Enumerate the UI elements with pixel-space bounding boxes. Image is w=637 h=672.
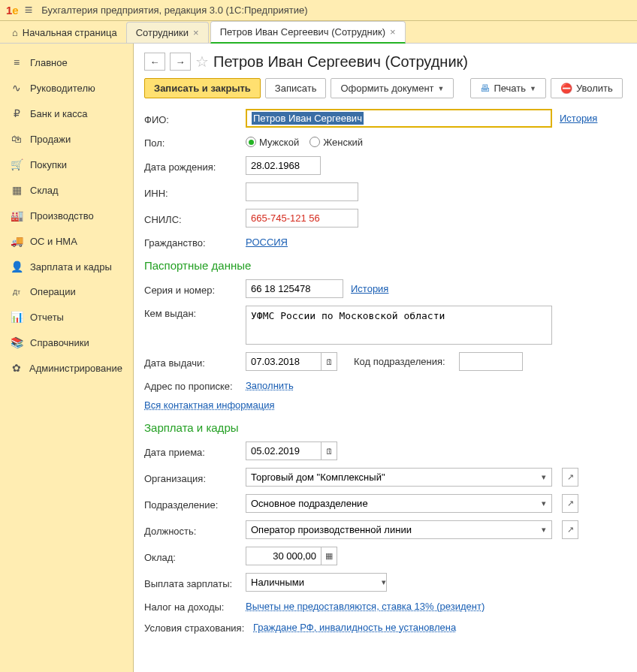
sidebar-label: Администрирование [29,363,122,374]
inn-input[interactable] [246,182,358,201]
sidebar-item-operations[interactable]: ДтОперации [0,279,133,304]
sidebar-item-reports[interactable]: 📊Отчеты [0,304,133,330]
save-close-button[interactable]: Записать и закрыть [144,78,261,98]
hire-date-input[interactable] [246,441,321,460]
salary-input[interactable] [246,547,321,565]
chevron-down-icon: ▾ [542,525,546,535]
sidebar-item-directories[interactable]: 📚Справочники [0,330,133,355]
titlebar: 1e ≡ Бухгалтерия предприятия, редакция 3… [0,0,637,21]
sidebar-item-warehouse[interactable]: ▦Склад [0,177,133,203]
snils-input[interactable] [246,209,358,228]
issue-date-input[interactable] [246,352,321,371]
create-doc-button[interactable]: Оформить документ▼ [331,78,454,98]
calculator-button[interactable]: ▦ [321,547,337,565]
hr-section-title: Зарплата и кадры [144,421,626,434]
sidebar-label: Главное [30,57,68,68]
fire-button[interactable]: ⛔Уволить [551,78,623,98]
open-button[interactable]: ↗ [562,494,578,513]
passport-history-link[interactable]: История [351,283,388,294]
toolbar: Записать и закрыть Записать Оформить док… [144,78,626,98]
chevron-down-icon: ▾ [542,499,546,508]
print-button[interactable]: 🖶Печать▼ [470,78,546,98]
calendar-button[interactable]: 🗓 [321,441,337,460]
radio-label: Женский [323,137,363,148]
issued-by-label: Кем выдан: [144,306,246,319]
calendar-icon: 🗓 [325,447,334,456]
fill-address-link[interactable]: Заполнить [246,380,294,391]
insurance-link[interactable]: Граждане РФ, инвалидность не установлена [253,622,456,633]
menu-icon[interactable]: ≡ [25,2,33,18]
chevron-down-icon: ▾ [542,472,546,482]
sidebar-item-bank[interactable]: ₽Банк и касса [0,101,133,126]
sidebar-label: Склад [30,185,59,196]
open-button[interactable]: ↗ [562,468,578,487]
insurance-label: Условия страхования: [144,620,253,634]
dropdown-button[interactable]: ▾ [536,520,552,539]
radio-label: Мужской [259,137,299,148]
sidebar-label: Продажи [30,134,71,145]
grid-icon: ▦ [11,184,23,196]
payment-label: Выплата зарплаты: [144,576,246,589]
truck-icon: 🚚 [11,235,23,247]
sidebar-item-purchases[interactable]: 🛒Покупки [0,152,133,177]
fio-input[interactable]: Петров Иван Сергеевич [246,109,552,128]
app-title: Бухгалтерия предприятия, редакция 3.0 (1… [41,5,307,16]
barchart-icon: 📊 [11,311,23,323]
citizenship-link[interactable]: РОССИЯ [246,237,288,248]
organization-label: Организация: [144,471,246,484]
sidebar-item-main[interactable]: ≡Главное [0,50,133,75]
sidebar-item-production[interactable]: 🏭Производство [0,203,133,228]
sidebar: ≡Главное ∿Руководителю ₽Банк и касса 🛍Пр… [0,44,134,672]
issued-by-textarea[interactable]: УФМС России по Московской области [246,306,552,345]
print-icon: 🖶 [480,83,490,94]
calendar-button[interactable]: 🗓 [321,352,337,371]
calendar-icon: 🗓 [325,357,334,366]
position-select[interactable] [246,520,536,539]
sidebar-item-manager[interactable]: ∿Руководителю [0,75,133,101]
all-contact-link[interactable]: Вся контактная информация [144,399,274,411]
favorite-star-icon[interactable]: ☆ [195,53,209,71]
payment-select[interactable] [246,573,382,592]
dropdown-button[interactable]: ▾ [382,573,387,592]
gender-male-radio[interactable]: Мужской [246,137,299,148]
radio-icon [309,137,320,147]
dept-code-input[interactable] [459,352,523,371]
gender-female-radio[interactable]: Женский [309,137,363,148]
tab-home[interactable]: ⌂ Начальная страница [3,23,126,43]
passport-section-title: Паспортные данные [144,259,626,272]
hire-date-label: Дата приема: [144,444,246,458]
back-button[interactable]: ← [144,53,165,71]
history-link[interactable]: История [560,113,597,124]
forward-button[interactable]: → [170,53,191,71]
series-number-input[interactable] [246,279,343,298]
chevron-down-icon: ▼ [530,85,536,92]
gender-label: Пол: [144,135,246,149]
btn-label: Оформить документ [340,83,433,94]
position-label: Должность: [144,523,246,537]
tab-employee-card[interactable]: Петров Иван Сергеевич (Сотрудник) × [210,21,406,44]
btn-label: Записать [275,83,317,94]
sidebar-item-sales[interactable]: 🛍Продажи [0,126,133,152]
sidebar-item-hr[interactable]: 👤Зарплата и кадры [0,254,133,279]
tax-link[interactable]: Вычеты не предоставляются, ставка 13% (р… [246,601,485,612]
dropdown-button[interactable]: ▾ [536,494,552,513]
fio-label: ФИО: [144,112,246,125]
close-icon[interactable]: × [193,27,199,38]
issue-date-label: Дата выдачи: [144,355,246,369]
dropdown-button[interactable]: ▾ [536,468,552,487]
sidebar-label: Производство [30,210,94,221]
close-icon[interactable]: × [390,26,396,38]
btn-label: Печать [494,83,526,94]
tab-employees[interactable]: Сотрудники × [126,22,209,43]
organization-select[interactable] [246,468,536,487]
birthdate-input[interactable] [246,156,321,175]
sidebar-label: Справочники [30,337,89,348]
save-button[interactable]: Записать [265,78,327,98]
department-select[interactable] [246,494,536,513]
sidebar-label: Банк и касса [30,108,88,119]
sidebar-item-assets[interactable]: 🚚ОС и НМА [0,228,133,254]
sidebar-label: Операции [30,286,76,297]
sidebar-item-admin[interactable]: ✿Администрирование [0,355,133,381]
gender-radio-group: Мужской Женский [246,137,363,148]
open-button[interactable]: ↗ [562,520,578,539]
